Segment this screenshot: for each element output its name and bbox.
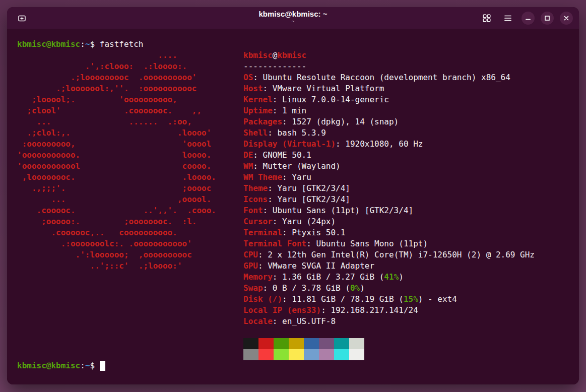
text-segment: ~: [85, 39, 90, 49]
info-line: Packages: 1527 (dpkg), 14 (snap): [243, 116, 535, 127]
palette-swatch: [274, 338, 289, 349]
text-segment: Terminal Font: [243, 239, 306, 248]
shell-prompt-line-active: kbmisc@kbmisc:~$: [17, 360, 105, 371]
info-line: Font: Ubuntu Sans (11pt) [GTK2/3/4]: [243, 205, 535, 216]
text-segment: 1920x1080, 60 Hz: [345, 139, 423, 149]
palette-swatch: [289, 338, 304, 349]
text-segment: GNOME 50.1: [263, 150, 311, 160]
text-segment: Linux 7.0.0-14-generic: [282, 95, 389, 104]
maximize-icon: [544, 15, 550, 21]
text-segment: Swap: [243, 283, 263, 293]
text-segment: :: [253, 150, 263, 160]
text-segment: Yaru [GTK2/3/4]: [277, 194, 350, 204]
info-line: DE: GNOME 50.1: [243, 150, 535, 161]
info-line: WM Theme: Yaru: [243, 172, 535, 183]
info-line: OS: Ubuntu Resolute Raccoon (development…: [243, 72, 535, 83]
text-segment: -------------: [243, 61, 306, 71]
text-segment: :: [263, 84, 273, 93]
text-segment: DE: [243, 150, 253, 160]
text-segment: Packages: [243, 117, 282, 126]
text-segment: ~: [85, 361, 90, 370]
text-segment: :: [306, 239, 316, 248]
text-segment: 1.36 GiB / 3.27 GiB (: [282, 272, 384, 282]
text-segment: :: [253, 73, 263, 82]
palette-swatch: [304, 349, 319, 360]
info-line: Memory: 1.36 GiB / 3.27 GiB (41%): [243, 272, 535, 283]
text-segment: Ubuntu Sans (11pt) [GTK2/3/4]: [273, 206, 413, 215]
info-line: Disk (/): 11.81 GiB / 78.19 GiB (15%) - …: [243, 294, 535, 305]
new-tab-icon: [18, 14, 26, 23]
terminal-window: kbmisc@kbmisc: ~ ~: [7, 7, 579, 384]
text-segment: ): [399, 272, 404, 282]
text-segment: Mutter (Wayland): [263, 161, 341, 171]
text-segment: :: [282, 117, 292, 126]
info-line: Swap: 0 B / 3.78 GiB (0%): [243, 283, 535, 294]
text-segment: Font: [243, 206, 263, 215]
palette-swatch: [349, 338, 364, 349]
info-line: kbmisc@kbmisc: [243, 50, 535, 61]
text-segment: Terminal: [243, 228, 282, 237]
info-line: Locale: en_US.UTF-8: [243, 316, 535, 327]
text-segment: kbmisc@kbmisc: [17, 39, 80, 49]
text-segment: :: [273, 316, 282, 326]
text-segment: Host: [243, 84, 263, 93]
text-segment: VMware SVGA II Adapter: [268, 261, 374, 271]
text-segment: :: [273, 217, 282, 226]
text-segment: Ptyxis 50.1: [292, 228, 345, 237]
text-segment: 41%: [384, 272, 399, 282]
text-segment: :: [336, 139, 345, 149]
terminal-content: kbmisc@kbmisc:~$ fastfetch .... .',:cloo…: [7, 30, 579, 384]
text-segment: en_US.UTF-8: [282, 316, 336, 326]
text-segment: Disk (/): [243, 294, 282, 304]
info-line: GPU: VMware SVGA II Adapter: [243, 260, 535, 272]
palette-row-normal: [243, 338, 364, 349]
palette-swatch: [258, 338, 274, 349]
new-tab-button[interactable]: [14, 11, 29, 26]
text-segment: GPU: [243, 261, 258, 271]
text-segment: :: [263, 206, 273, 215]
text-segment: :: [258, 250, 268, 259]
text-segment: Theme: [243, 183, 268, 193]
palette-swatch: [319, 349, 334, 360]
info-line: Local IP (ens33): 192.168.217.141/24: [243, 305, 535, 316]
maximize-button[interactable]: [541, 12, 554, 25]
info-line: Theme: Yaru [GTK2/3/4]: [243, 183, 535, 194]
palette-swatch: [349, 349, 364, 360]
text-segment: kbmisc: [277, 50, 306, 60]
close-button[interactable]: [560, 12, 573, 25]
terminal-color-palette: [243, 338, 364, 360]
text-segment: [95, 361, 100, 370]
text-segment: :: [80, 39, 85, 49]
text-segment: Shell: [243, 128, 268, 138]
tab-overview-button[interactable]: [479, 11, 494, 26]
ubuntu-ascii-logo: .... .',:clooo: .:loooo:. .;looooooooc .…: [17, 50, 216, 272]
info-line: Shell: bash 5.3.9: [243, 127, 535, 139]
text-segment: 192.168.217.141/24: [331, 305, 418, 315]
palette-swatch: [258, 349, 274, 360]
text-segment: :: [258, 261, 268, 271]
minimize-button[interactable]: [522, 12, 535, 25]
palette-swatch: [243, 349, 258, 360]
palette-swatch: [243, 338, 258, 349]
text-segment: Ubuntu Resolute Raccoon (development bra…: [263, 73, 510, 82]
text-segment: kbmisc: [243, 50, 273, 60]
text-segment: :: [253, 161, 263, 171]
text-segment: Yaru: [292, 172, 311, 182]
text-segment: :: [80, 361, 85, 370]
close-icon: [563, 15, 569, 21]
text-segment: kbmisc@kbmisc: [17, 361, 80, 370]
text-segment: WM: [243, 161, 253, 171]
info-line: -------------: [243, 61, 535, 72]
main-menu-button[interactable]: [500, 11, 515, 26]
info-line: Kernel: Linux 7.0.0-14-generic: [243, 94, 535, 105]
info-line: Terminal: Ptyxis 50.1: [243, 227, 535, 238]
info-line: Host: VMware Virtual Platform: [243, 83, 535, 94]
text-segment: WM Theme: [243, 172, 282, 182]
text-segment: CPU: [243, 250, 258, 259]
text-segment: :: [282, 294, 292, 304]
info-line: Uptime: 1 min: [243, 105, 535, 116]
text-segment: :: [321, 305, 331, 315]
text-segment: 15%: [404, 294, 418, 304]
shell-prompt-line: kbmisc@kbmisc:~$ fastfetch: [17, 39, 143, 50]
fastfetch-info: kbmisc@kbmisc-------------OS: Ubuntu Res…: [243, 50, 535, 327]
